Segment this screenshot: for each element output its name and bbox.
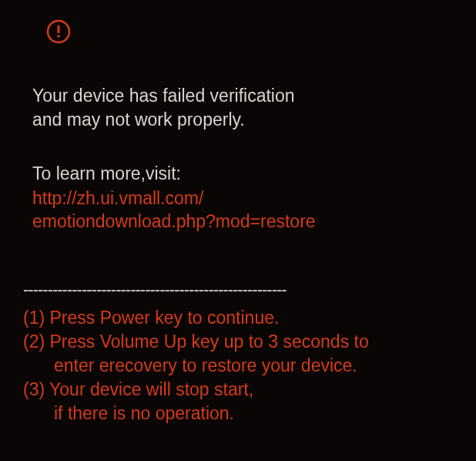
instructions-list: (1) Press Power key to continue. (2) Pre… — [23, 306, 453, 426]
instruction-2-line-1: (2) Press Volume Up key up to 3 seconds … — [23, 330, 453, 354]
verification-line-2: and may not work properly. — [32, 108, 453, 132]
svg-point-2 — [57, 35, 60, 38]
divider: ----------------------------------------… — [23, 280, 453, 300]
learn-more-label: To learn more,visit: — [32, 163, 453, 186]
svg-rect-1 — [58, 25, 60, 33]
restore-url: http://zh.ui.vmall.com/ emotiondownload.… — [32, 187, 453, 234]
instruction-3-line-2: if there is no operation. — [23, 402, 453, 426]
instruction-2-line-2: enter erecovery to restore your device. — [23, 354, 453, 378]
instruction-1: (1) Press Power key to continue. — [23, 306, 453, 330]
url-line-2: emotiondownload.php?mod=restore — [32, 210, 453, 234]
instruction-3-line-1: (3) Your device will stop start, — [23, 378, 453, 402]
verification-message: Your device has failed verification and … — [32, 84, 453, 132]
url-line-1: http://zh.ui.vmall.com/ — [32, 187, 453, 210]
boot-error-screen: Your device has failed verification and … — [0, 0, 476, 441]
verification-line-1: Your device has failed verification — [32, 84, 453, 108]
warning-icon — [46, 19, 453, 47]
